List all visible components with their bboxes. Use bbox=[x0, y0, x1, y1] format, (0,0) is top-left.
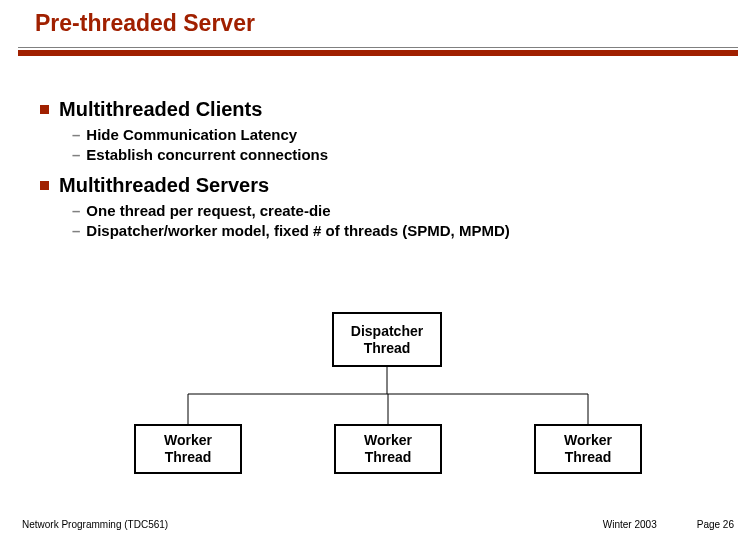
bullet-level2: – Dispatcher/worker model, fixed # of th… bbox=[72, 221, 736, 241]
worker-box: Worker Thread bbox=[334, 424, 442, 474]
worker-box: Worker Thread bbox=[134, 424, 242, 474]
worker-box: Worker Thread bbox=[534, 424, 642, 474]
box-line1: Worker bbox=[564, 432, 612, 449]
box-line2: Thread bbox=[365, 449, 412, 466]
bullet-text: Multithreaded Servers bbox=[59, 174, 269, 197]
dash-icon: – bbox=[72, 145, 80, 165]
box-line2: Thread bbox=[364, 340, 411, 357]
sub-bullet-text: Hide Communication Latency bbox=[86, 125, 297, 145]
bullet-level2: – One thread per request, create-die bbox=[72, 201, 736, 221]
slide-title: Pre-threaded Server bbox=[0, 0, 756, 45]
box-line2: Thread bbox=[165, 449, 212, 466]
dash-icon: – bbox=[72, 125, 80, 145]
square-bullet-icon bbox=[40, 181, 49, 190]
sub-bullet-text: One thread per request, create-die bbox=[86, 201, 330, 221]
dash-icon: – bbox=[72, 221, 80, 241]
slide-body: Multithreaded Clients – Hide Communicati… bbox=[0, 56, 756, 241]
bullet-level1: Multithreaded Servers bbox=[40, 174, 736, 197]
sub-bullet-text: Dispatcher/worker model, fixed # of thre… bbox=[86, 221, 509, 241]
square-bullet-icon bbox=[40, 105, 49, 114]
bullet-text: Multithreaded Clients bbox=[59, 98, 262, 121]
dispatcher-box: Dispatcher Thread bbox=[332, 312, 442, 367]
bullet-level2: – Hide Communication Latency bbox=[72, 125, 736, 145]
dash-icon: – bbox=[72, 201, 80, 221]
slide-footer: Network Programming (TDC561) Winter 2003… bbox=[0, 519, 756, 530]
footer-page: Page 26 bbox=[697, 519, 734, 530]
footer-term: Winter 2003 bbox=[603, 519, 657, 530]
bullet-level1: Multithreaded Clients bbox=[40, 98, 736, 121]
thread-diagram: Dispatcher Thread Worker Thread Worker T… bbox=[110, 312, 670, 492]
box-line1: Worker bbox=[364, 432, 412, 449]
sub-bullet-text: Establish concurrent connections bbox=[86, 145, 328, 165]
box-line1: Worker bbox=[164, 432, 212, 449]
footer-course: Network Programming (TDC561) bbox=[22, 519, 603, 530]
bullet-level2: – Establish concurrent connections bbox=[72, 145, 736, 165]
box-line1: Dispatcher bbox=[351, 323, 423, 340]
divider-thin bbox=[18, 47, 738, 48]
box-line2: Thread bbox=[565, 449, 612, 466]
